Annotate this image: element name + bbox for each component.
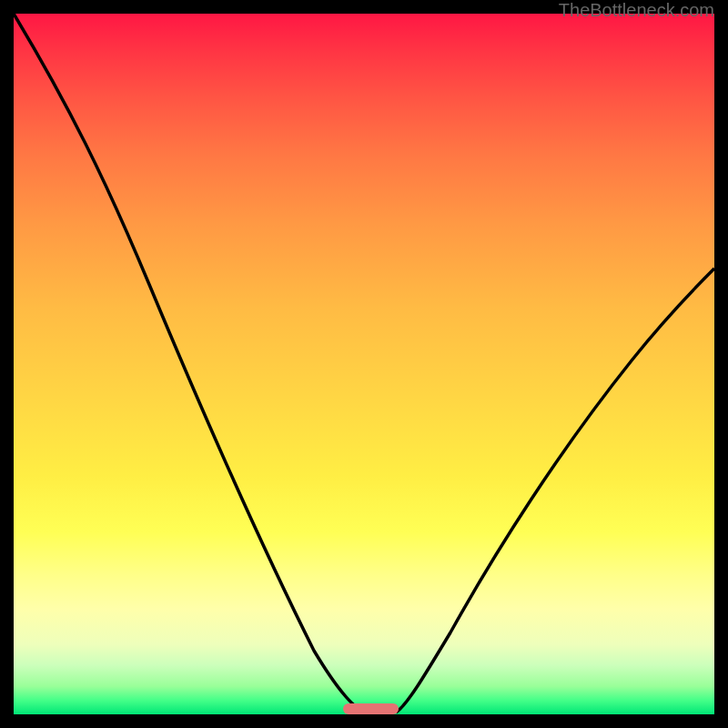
left-curve-path: [14, 14, 367, 713]
chart-curves: [14, 14, 714, 714]
right-curve-path: [396, 268, 714, 713]
optimal-range-marker: [343, 703, 399, 714]
watermark-text: TheBottleneck.com: [559, 0, 714, 21]
